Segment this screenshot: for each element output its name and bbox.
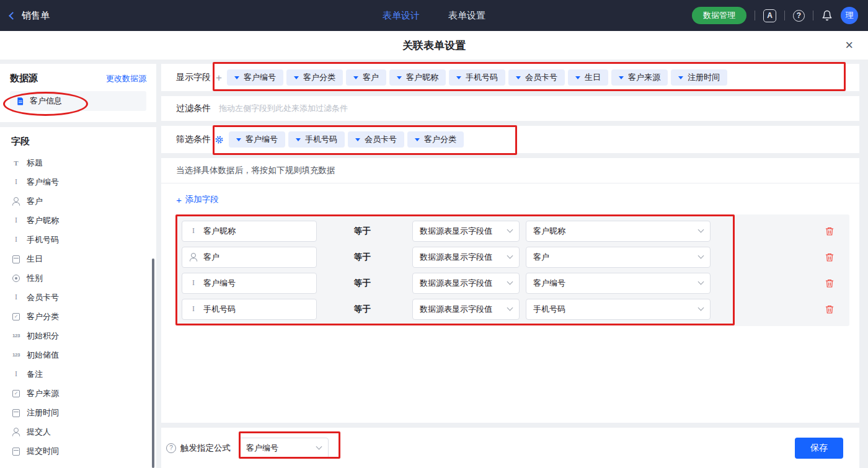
field-chip[interactable]: 客户来源: [611, 69, 668, 86]
filter-label: 过滤条件: [176, 103, 211, 114]
text-icon: [11, 235, 21, 245]
fields-panel: 字段 标题 客户编号: [0, 127, 156, 468]
close-icon[interactable]: ×: [845, 38, 853, 52]
rule-row: 手机号码 等于 数据源表显示字段值 手机号码: [177, 296, 849, 322]
sidebar-field-item[interactable]: 客户昵称: [11, 211, 156, 230]
datasource-item[interactable]: 客户信息: [10, 91, 146, 111]
rule-value-select[interactable]: 手机号码: [526, 299, 711, 320]
rule-field-input[interactable]: 客户昵称: [182, 221, 317, 242]
sidebar-field-item[interactable]: 客户: [11, 192, 156, 211]
sidebar-field-label: 客户分类: [27, 311, 59, 322]
sidebar-field-item[interactable]: 注册时间: [11, 403, 156, 422]
language-icon[interactable]: [763, 9, 776, 22]
data-manage-button[interactable]: 数据管理: [692, 7, 746, 24]
sidebar-field-label: 客户昵称: [27, 215, 59, 226]
filter-dropzone[interactable]: 拖动左侧字段到此处来添加过滤条件: [219, 103, 348, 114]
rule-field-input[interactable]: 手机号码: [182, 299, 317, 320]
rule-source-select[interactable]: 数据源表显示字段值: [412, 221, 520, 242]
field-chip-label: 注册时间: [688, 72, 720, 83]
footer-bar: 触发指定公式 客户编号 保存: [161, 428, 859, 468]
dropdown-triangle-icon: [236, 138, 241, 141]
field-chip-label: 手机号码: [466, 72, 498, 83]
rule-source-value: 数据源表显示字段值: [420, 226, 492, 237]
field-chip[interactable]: 手机号码: [288, 131, 345, 148]
sidebar-field-item[interactable]: 提交时间: [11, 441, 156, 461]
rule-field-label: 客户昵称: [203, 226, 236, 237]
text-icon: [188, 278, 198, 288]
field-chip[interactable]: 客户编号: [229, 131, 285, 148]
fill-rules-panel: 当选择具体数据后，将按如下规则填充数据 添加字段 客户昵称: [161, 158, 859, 423]
field-chip[interactable]: 客户分类: [407, 131, 464, 148]
rule-field-input[interactable]: 客户编号: [182, 273, 317, 294]
bell-icon[interactable]: [822, 10, 833, 21]
divider: [784, 11, 785, 20]
screen-conditions-label: 筛选条件: [176, 134, 211, 145]
rule-value-select[interactable]: 客户: [526, 247, 711, 268]
trigger-formula-value: 客户编号: [246, 443, 278, 454]
back-button[interactable]: 销售单: [10, 10, 50, 22]
rule-source-value: 数据源表显示字段值: [420, 304, 492, 315]
help-icon[interactable]: [793, 10, 805, 22]
sidebar-scrollbar[interactable]: [152, 258, 154, 468]
topbar-tab[interactable]: 表单设计: [383, 10, 420, 22]
main-column: 显示字段 客户编号 客户分类: [161, 64, 859, 468]
text-icon: [11, 293, 21, 302]
trash-icon[interactable]: [825, 226, 835, 236]
document-icon: [16, 97, 25, 105]
topbar-tab[interactable]: 表单设置: [448, 10, 485, 22]
change-datasource-link[interactable]: 更改数据源: [106, 73, 146, 84]
rule-source-select[interactable]: 数据源表显示字段值: [412, 273, 520, 294]
rule-source-value: 数据源表显示字段值: [420, 278, 492, 289]
sidebar-field-item[interactable]: 手机号码: [11, 230, 156, 249]
rule-field-label: 客户编号: [203, 278, 236, 289]
field-chip-label: 手机号码: [305, 134, 337, 145]
gear-icon[interactable]: [215, 135, 224, 144]
sidebar-field-item[interactable]: 客户分类: [11, 307, 156, 326]
screen-condition-chips: 客户编号 手机号码 会员卡号: [229, 131, 464, 148]
sidebar-field-item[interactable]: 生日: [11, 249, 156, 268]
sidebar-field-item[interactable]: 初始储值: [11, 345, 156, 364]
save-button[interactable]: 保存: [795, 438, 843, 459]
field-chip[interactable]: 注册时间: [671, 69, 727, 86]
field-chip[interactable]: 生日: [568, 69, 608, 86]
plus-icon: [176, 195, 182, 205]
rule-source-select[interactable]: 数据源表显示字段值: [412, 247, 520, 268]
datasource-panel: 数据源 更改数据源 客户信息: [0, 64, 156, 122]
rule-value-select[interactable]: 客户编号: [526, 273, 711, 294]
sidebar-field-item[interactable]: 提交人: [11, 422, 156, 441]
field-chip[interactable]: 会员卡号: [508, 69, 565, 86]
sidebar-field-item[interactable]: 初始积分: [11, 326, 156, 345]
dropdown-triangle-icon: [355, 138, 360, 141]
sidebar-field-item[interactable]: 性别: [11, 268, 156, 288]
trash-icon[interactable]: [825, 278, 835, 288]
sidebar-field-item[interactable]: 客户来源: [11, 384, 156, 403]
sidebar-field-label: 客户: [27, 196, 43, 207]
field-chip[interactable]: 会员卡号: [348, 131, 404, 148]
trigger-formula-select[interactable]: 客户编号: [239, 438, 329, 459]
help-icon[interactable]: [166, 443, 176, 453]
num-icon: [11, 331, 21, 341]
field-chip[interactable]: 客户编号: [227, 69, 283, 86]
sidebar-field-item[interactable]: 会员卡号: [11, 288, 156, 307]
field-chip[interactable]: 手机号码: [449, 69, 505, 86]
date-icon: [11, 446, 21, 456]
rule-value-select[interactable]: 客户昵称: [526, 221, 711, 242]
plus-icon[interactable]: [216, 73, 222, 83]
chevron-down-icon: [507, 305, 513, 311]
sidebar-field-label: 注册时间: [27, 407, 59, 418]
add-field-link[interactable]: 添加字段: [176, 194, 219, 205]
dropdown-triangle-icon: [516, 76, 521, 79]
rule-field-input[interactable]: 客户: [182, 247, 317, 268]
avatar[interactable]: 理: [841, 7, 858, 24]
sidebar-field-item[interactable]: 备注: [11, 364, 156, 384]
field-chip[interactable]: 客户分类: [286, 69, 343, 86]
field-chip[interactable]: 客户昵称: [389, 69, 446, 86]
trash-icon[interactable]: [825, 304, 835, 314]
trash-icon[interactable]: [825, 252, 835, 262]
rule-source-select[interactable]: 数据源表显示字段值: [412, 299, 520, 320]
sidebar-field-item[interactable]: 客户编号: [11, 172, 156, 192]
dropdown-triangle-icon: [619, 76, 624, 79]
field-chip[interactable]: 客户: [346, 69, 386, 86]
rule-row: 客户编号 等于 数据源表显示字段值 客户编号: [177, 270, 849, 296]
sidebar-field-item[interactable]: 标题: [11, 153, 156, 172]
